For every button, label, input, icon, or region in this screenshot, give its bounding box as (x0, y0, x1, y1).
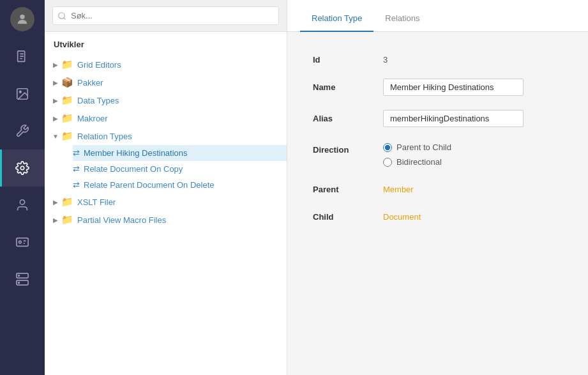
search-input[interactable] (52, 6, 279, 25)
tree-item-label: Member Hiking Destinations (84, 148, 188, 158)
radio-bidirectional-input[interactable] (383, 158, 392, 167)
arrow-icon: ▶ (51, 215, 60, 224)
document-nav-icon[interactable] (0, 38, 45, 75)
svg-point-7 (19, 241, 22, 243)
form-row-id: Id 3 (313, 51, 562, 65)
alias-input[interactable] (383, 110, 524, 127)
id-value: 3 (383, 51, 388, 65)
icon-bar (0, 0, 45, 375)
tree-item-label: Makroer (77, 114, 108, 123)
tree-item-makroer[interactable]: ▶ 📁 Makroer (45, 109, 287, 127)
relation-icon: ⇄ (73, 148, 80, 158)
folder-icon: 📁 (61, 130, 73, 142)
form-row-child: Child Document (313, 208, 562, 222)
arrow-icon: ▶ (51, 60, 60, 69)
arrow-icon: ▶ (51, 197, 60, 206)
tabs-bar: Relation Type Relations (287, 0, 588, 32)
svg-point-5 (20, 200, 24, 204)
svg-point-4 (20, 166, 24, 170)
form-row-direction: Direction Parent to Child Bidirectional (313, 141, 562, 167)
search-bar (45, 0, 287, 32)
arrow-icon: ▶ (51, 78, 60, 87)
parent-label: Parent (313, 181, 383, 194)
tree-item-pakker[interactable]: ▶ 📦 Pakker (45, 73, 287, 91)
relation-icon: ⇄ (73, 164, 80, 174)
relation-types-children: ⇄ Member Hiking Destinations ⇄ Relate Do… (45, 145, 287, 193)
parent-value[interactable]: Member (383, 181, 414, 194)
package-icon: 📦 (61, 77, 73, 88)
tree-item-label: Relate Parent Document On Delete (84, 180, 215, 190)
tree-item-relation-types[interactable]: ▼ 📁 Relation Types (45, 127, 287, 145)
main-content: Relation Type Relations Id 3 Name Alias … (287, 0, 588, 375)
tab-relations[interactable]: Relations (373, 6, 431, 32)
folder-icon: 📁 (61, 112, 73, 124)
server-nav-icon[interactable] (0, 261, 45, 298)
tree-item-xslt[interactable]: ▶ 📁 XSLT Filer (45, 193, 287, 211)
radio-bidirectional-label: Bidirectional (396, 157, 442, 167)
folder-icon: 📁 (61, 59, 73, 70)
arrow-down-icon: ▼ (51, 132, 60, 141)
wrench-nav-icon[interactable] (0, 112, 45, 149)
child-label: Child (313, 208, 383, 222)
svg-point-10 (19, 275, 20, 277)
user-nav-icon[interactable] (0, 187, 45, 224)
tree-item-relate-parent-doc[interactable]: ⇄ Relate Parent Document On Delete (73, 177, 287, 193)
tree-item-member-hiking[interactable]: ⇄ Member Hiking Destinations (73, 145, 287, 161)
radio-parent-to-child-label: Parent to Child (396, 142, 451, 152)
tree-container: ▶ 📁 Grid Editors ▶ 📦 Pakker ▶ 📁 Data Typ… (45, 53, 287, 375)
tree-item-label: Partial View Macro Files (77, 215, 166, 225)
radio-parent-to-child[interactable]: Parent to Child (383, 142, 451, 152)
direction-options: Parent to Child Bidirectional (383, 141, 451, 167)
svg-point-11 (19, 282, 20, 284)
avatar-area (0, 0, 45, 38)
tree-item-partial-view[interactable]: ▶ 📁 Partial View Macro Files (45, 211, 287, 229)
form-row-name: Name (313, 79, 562, 96)
form-row-parent: Parent Member (313, 181, 562, 194)
avatar[interactable] (10, 7, 34, 31)
tree-item-data-types[interactable]: ▶ 📁 Data Types (45, 91, 287, 109)
radio-bidirectional[interactable]: Bidirectional (383, 157, 451, 167)
folder-icon: 📁 (61, 95, 73, 106)
radio-parent-to-child-input[interactable] (383, 143, 392, 152)
tab-relation-type[interactable]: Relation Type (300, 6, 373, 32)
relation-icon: ⇄ (73, 180, 80, 190)
folder-icon: 📁 (61, 214, 73, 226)
tree-item-label: Data Types (77, 96, 119, 105)
svg-rect-6 (17, 238, 28, 247)
sidebar: Utvikler ▶ 📁 Grid Editors ▶ 📦 Pakker ▶ 📁… (45, 0, 287, 375)
form-row-alias: Alias (313, 110, 562, 127)
direction-label: Direction (313, 141, 383, 155)
svg-point-3 (19, 91, 21, 93)
image-nav-icon[interactable] (0, 75, 45, 112)
folder-icon: 📁 (61, 196, 73, 208)
arrow-icon: ▶ (51, 114, 60, 123)
gear-nav-icon[interactable] (0, 149, 45, 187)
tree-item-label: XSLT Filer (77, 197, 116, 207)
child-value[interactable]: Document (383, 208, 421, 222)
alias-label: Alias (313, 110, 383, 123)
icon-bar-items (0, 38, 45, 375)
tree-item-grid-editors[interactable]: ▶ 📁 Grid Editors (45, 56, 287, 73)
id-card-nav-icon[interactable] (0, 224, 45, 261)
name-input[interactable] (383, 79, 524, 96)
tree-item-label: Relate Document On Copy (84, 164, 183, 174)
id-label: Id (313, 51, 383, 65)
tree-item-label: Pakker (77, 78, 103, 88)
sidebar-section-title: Utvikler (45, 32, 287, 53)
svg-point-0 (20, 15, 24, 19)
form-area: Id 3 Name Alias Direction Parent to Chil… (287, 32, 588, 375)
tree-item-relate-doc-copy[interactable]: ⇄ Relate Document On Copy (73, 161, 287, 177)
name-label: Name (313, 79, 383, 92)
tree-item-label: Grid Editors (77, 60, 121, 70)
arrow-icon: ▶ (51, 96, 60, 105)
tree-item-label: Relation Types (77, 132, 132, 141)
